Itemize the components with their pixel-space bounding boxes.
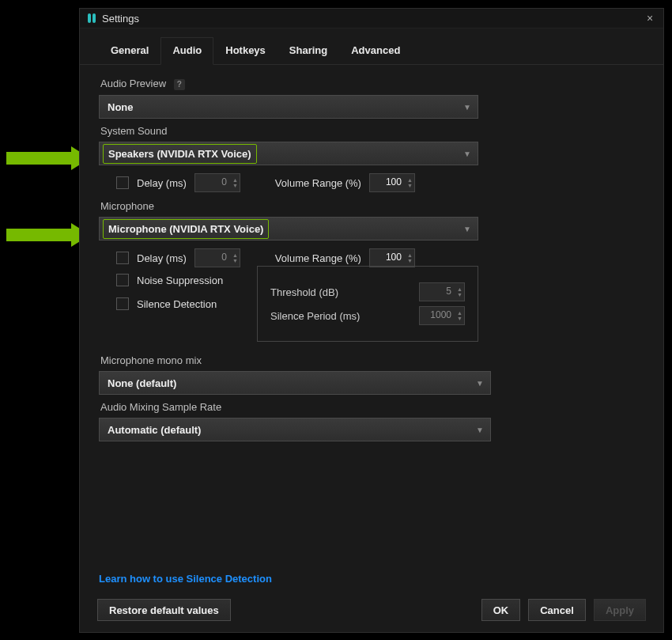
silence-period-stepper[interactable]: 1000 ▲▼ xyxy=(419,306,465,325)
system-delay-checkbox[interactable] xyxy=(116,176,129,189)
audio-preview-value: None xyxy=(108,101,134,113)
window-title: Settings xyxy=(102,13,643,25)
system-delay-stepper[interactable]: 0 ▲▼ xyxy=(194,173,240,192)
mono-mix-select[interactable]: None (default) ▼ xyxy=(99,371,491,395)
microphone-value: Microphone (NVIDIA RTX Voice) xyxy=(103,219,269,239)
titlebar: Settings × xyxy=(80,9,663,28)
audio-preview-select[interactable]: None ▼ xyxy=(99,95,478,119)
stepper-arrows-icon: ▲▼ xyxy=(403,174,413,191)
svg-rect-1 xyxy=(92,13,96,23)
mono-mix-label: Microphone mono mix xyxy=(99,353,644,371)
silence-detection-label: Silence Detection xyxy=(137,298,217,310)
silence-detection-checkbox[interactable] xyxy=(116,297,129,310)
system-volume-stepper[interactable]: 100 ▲▼ xyxy=(369,173,415,192)
chevron-down-icon: ▼ xyxy=(476,372,484,394)
stepper-arrows-icon: ▲▼ xyxy=(453,283,462,301)
microphone-label: Microphone xyxy=(99,199,644,217)
system-sound-label: System Sound xyxy=(99,123,644,142)
tab-general[interactable]: General xyxy=(99,37,160,65)
app-logo-icon xyxy=(86,13,97,24)
mono-mix-value: None (default) xyxy=(108,377,176,389)
tab-audio[interactable]: Audio xyxy=(160,37,213,65)
sample-rate-value: Automatic (default) xyxy=(108,424,201,436)
chevron-down-icon: ▼ xyxy=(476,418,484,441)
chevron-down-icon: ▼ xyxy=(463,142,471,165)
settings-dialog: Settings × General Audio Hotkeys Sharing… xyxy=(79,8,664,633)
chevron-down-icon: ▼ xyxy=(463,96,471,118)
mic-delay-stepper[interactable]: 0 ▲▼ xyxy=(194,248,240,267)
stepper-arrows-icon: ▲▼ xyxy=(228,249,238,267)
audio-content: Audio Preview ? None ▼ System Sound Spea… xyxy=(80,65,663,591)
mic-delay-checkbox[interactable] xyxy=(116,252,129,264)
apply-button[interactable]: Apply xyxy=(594,599,646,621)
system-sound-value: Speakers (NVIDIA RTX Voice) xyxy=(103,144,257,164)
tab-bar: General Audio Hotkeys Sharing Advanced xyxy=(80,28,663,65)
help-icon[interactable]: ? xyxy=(174,79,185,90)
system-volume-value: 100 xyxy=(386,176,402,187)
threshold-value: 5 xyxy=(446,286,451,297)
system-delay-value: 0 xyxy=(221,176,227,187)
close-icon[interactable]: × xyxy=(643,12,657,25)
ok-button[interactable]: OK xyxy=(481,599,521,621)
sample-rate-select[interactable]: Automatic (default) ▼ xyxy=(99,418,491,441)
system-delay-label: Delay (ms) xyxy=(137,177,187,189)
threshold-label: Threshold (dB) xyxy=(270,286,338,298)
mic-delay-label: Delay (ms) xyxy=(137,252,187,264)
mic-volume-label: Volume Range (%) xyxy=(275,252,361,264)
tab-hotkeys[interactable]: Hotkeys xyxy=(213,37,277,65)
sample-rate-label: Audio Mixing Sample Rate xyxy=(99,400,644,418)
dialog-footer: Restore default values OK Cancel Apply xyxy=(80,591,663,632)
silence-detection-panel: Threshold (dB) 5 ▲▼ Silence Period (ms) … xyxy=(257,266,478,342)
silence-detection-link[interactable]: Learn how to use Silence Detection xyxy=(99,570,272,588)
threshold-stepper[interactable]: 5 ▲▼ xyxy=(419,282,465,301)
noise-suppression-checkbox[interactable] xyxy=(116,274,129,286)
mic-delay-value: 0 xyxy=(221,252,227,263)
system-volume-label: Volume Range (%) xyxy=(275,177,361,189)
cancel-button[interactable]: Cancel xyxy=(528,599,586,621)
silence-period-label: Silence Period (ms) xyxy=(270,310,360,322)
chevron-down-icon: ▼ xyxy=(463,218,471,240)
mic-volume-stepper[interactable]: 100 ▲▼ xyxy=(369,248,415,267)
tab-sharing[interactable]: Sharing xyxy=(277,37,339,65)
audio-preview-label: Audio Preview ? xyxy=(99,76,644,95)
audio-preview-text: Audio Preview xyxy=(100,78,166,89)
restore-defaults-button[interactable]: Restore default values xyxy=(97,599,231,621)
stepper-arrows-icon: ▲▼ xyxy=(453,307,462,324)
microphone-select[interactable]: Microphone (NVIDIA RTX Voice) ▼ xyxy=(99,217,478,240)
tab-advanced[interactable]: Advanced xyxy=(339,37,412,65)
silence-period-value: 1000 xyxy=(430,309,451,320)
noise-suppression-label: Noise Suppression xyxy=(137,275,223,286)
svg-rect-0 xyxy=(88,13,91,23)
stepper-arrows-icon: ▲▼ xyxy=(228,174,238,191)
system-sound-select[interactable]: Speakers (NVIDIA RTX Voice) ▼ xyxy=(99,142,478,165)
mic-volume-value: 100 xyxy=(386,252,402,263)
stepper-arrows-icon: ▲▼ xyxy=(403,249,413,267)
